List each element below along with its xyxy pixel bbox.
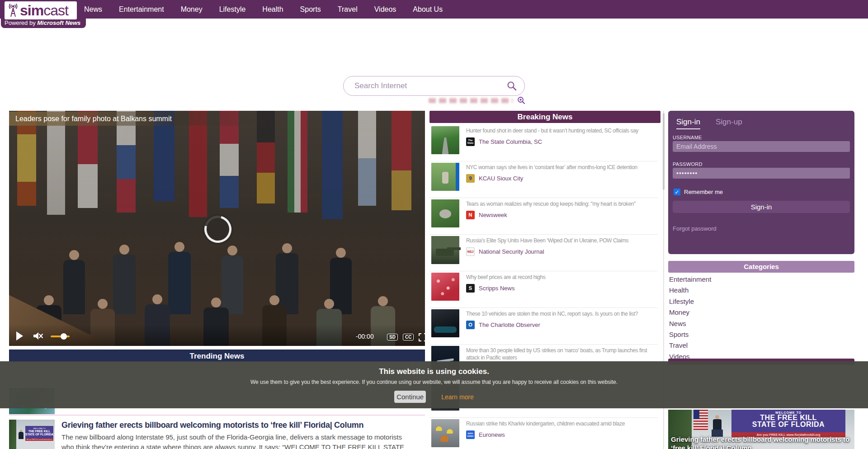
cookie-title: This website is using cookies. <box>0 367 868 376</box>
source-logo: 9 <box>466 174 475 183</box>
category-travel[interactable]: Travel <box>669 341 854 352</box>
nav-item-money[interactable]: Money <box>181 5 203 14</box>
nav-item-health[interactable]: Health <box>262 5 283 14</box>
news-item[interactable]: NYC woman says she lives in ‘constant fe… <box>429 163 660 191</box>
closed-captions-badge[interactable]: CC <box>403 334 414 340</box>
tab-signin[interactable]: Sign-in <box>676 118 700 129</box>
news-thumbnail <box>431 419 459 447</box>
signin-button[interactable]: Sign-in <box>673 201 850 213</box>
scrollbar-thumb[interactable] <box>663 113 665 190</box>
tab-signup[interactable]: Sign-up <box>716 118 742 127</box>
article-headline[interactable]: Grieving father erects billboard welcomi… <box>61 421 423 430</box>
video-time-remaining: -00:00 <box>356 333 374 340</box>
category-money[interactable]: Money <box>669 308 854 319</box>
divider <box>429 417 658 418</box>
news-headline[interactable]: Russia’s Elite Spy Units Have Been ‘Wipe… <box>466 237 658 244</box>
news-headline[interactable]: Why beef prices are at record highs <box>466 274 658 281</box>
cookie-continue-button[interactable]: Continue <box>394 391 426 403</box>
source-name[interactable]: KCAU Sioux City <box>479 175 523 182</box>
news-headline[interactable]: Russian strike hits Kharkiv kindergarten… <box>466 420 658 427</box>
site-logo[interactable]: simcast <box>5 1 77 19</box>
news-thumbnail <box>431 163 459 191</box>
news-headline[interactable]: Tears as woman realizes why rescue dog k… <box>466 200 658 208</box>
divider <box>9 415 425 416</box>
muted-volume-icon[interactable] <box>33 331 43 341</box>
quality-badge[interactable]: SD <box>387 334 398 340</box>
source-name[interactable]: National Security Journal <box>479 248 544 255</box>
cookie-banner: This website is using cookies. We use th… <box>0 361 868 408</box>
news-item[interactable]: These 10 vehicles are stolen the most in… <box>429 309 660 337</box>
nav-item-travel[interactable]: Travel <box>338 5 358 14</box>
cookie-body: We use them to give you the best experie… <box>0 379 868 385</box>
nav-item-news[interactable]: News <box>84 5 102 14</box>
zoom-in-icon[interactable] <box>517 96 525 104</box>
news-source[interactable]: 9 KCAU Sioux City <box>466 174 658 183</box>
news-thumbnail <box>431 126 459 154</box>
remember-me-label: Remember me <box>684 189 723 195</box>
nav-item-lifestyle[interactable]: Lifestyle <box>219 5 246 14</box>
news-headline[interactable]: Hunter found shot in deer stand - but it… <box>466 127 658 134</box>
divider <box>429 271 658 271</box>
signin-panel: Sign-in Sign-up USERNAME PASSWORD ✓ Reme… <box>668 111 854 254</box>
nav-item-entertainment[interactable]: Entertainment <box>119 5 164 14</box>
news-source[interactable]: euro news Euronews <box>466 430 658 439</box>
cookie-learn-more-link[interactable]: Learn more <box>441 393 474 401</box>
news-headline[interactable]: These 10 vehicles are stolen the most in… <box>466 310 658 317</box>
source-name[interactable]: The State Columbia, SC <box>479 138 542 145</box>
nav-item-about-us[interactable]: About Us <box>413 5 443 14</box>
news-thumbnail <box>431 199 459 227</box>
source-name[interactable]: Newsweek <box>479 212 507 218</box>
play-icon[interactable] <box>16 331 23 340</box>
news-item[interactable]: Russia’s Elite Spy Units Have Been ‘Wipe… <box>429 236 660 264</box>
source-name[interactable]: Scripps News <box>479 285 514 292</box>
video-controls: -00:00 SD CC <box>9 324 425 346</box>
news-headline[interactable]: More than 30 people killed by US strikes… <box>466 347 658 361</box>
news-item[interactable]: Russian strike hits Kharkiv kindergarten… <box>429 419 660 447</box>
source-logo: N <box>466 211 475 219</box>
news-item[interactable]: Why beef prices are at record highs S Sc… <box>429 273 660 301</box>
news-source[interactable]: O The Charlotte Observer <box>466 321 658 329</box>
news-source[interactable]: N Newsweek <box>466 211 658 219</box>
volume-slider[interactable] <box>51 336 70 337</box>
category-health[interactable]: Health <box>669 286 854 297</box>
news-headline[interactable]: NYC woman says she lives in ‘constant fe… <box>466 164 658 171</box>
remember-me-checkbox[interactable]: ✓ <box>674 189 680 195</box>
page: News Entertainment Money Lifestyle Healt… <box>0 0 868 449</box>
email-field[interactable] <box>673 141 850 152</box>
source-logo: NSJ <box>466 247 475 256</box>
fullscreen-icon[interactable] <box>419 333 425 341</box>
featured-headline[interactable]: Grieving father erects billboard welcomi… <box>671 435 852 449</box>
categories-list: Entertainment Health Lifestyle Money New… <box>669 275 854 364</box>
nav-item-sports[interactable]: Sports <box>300 5 321 14</box>
divider <box>429 307 658 308</box>
cookie-actions: Continue Learn more <box>0 391 868 403</box>
password-label: PASSWORD <box>673 161 703 167</box>
category-news[interactable]: News <box>669 320 854 331</box>
source-name[interactable]: The Charlotte Observer <box>479 321 540 328</box>
search-input[interactable] <box>354 81 506 90</box>
forgot-password-link[interactable]: Forgot password <box>673 225 717 232</box>
video-player[interactable]: Leaders pose for family photo at Balkans… <box>9 111 425 346</box>
trending-article[interactable]: WELCOME TO THE FREE KILL STATE OF FLORID… <box>9 420 425 449</box>
category-entertainment[interactable]: Entertainment <box>669 275 854 286</box>
news-source[interactable]: The State The State Columbia, SC <box>466 137 658 146</box>
search-icon[interactable] <box>506 80 517 91</box>
news-item[interactable]: Hunter found shot in deer stand - but it… <box>429 126 660 154</box>
categories-header: Categories <box>668 261 854 273</box>
nav-item-videos[interactable]: Videos <box>374 5 396 14</box>
news-source[interactable]: S Scripps News <box>466 284 658 293</box>
remember-me-row: ✓ Remember me <box>674 189 723 195</box>
video-caption: Leaders pose for family photo at Balkans… <box>9 112 280 126</box>
breaking-news-header: Breaking News <box>429 111 660 123</box>
news-item[interactable]: Tears as woman realizes why rescue dog k… <box>429 199 660 227</box>
category-lifestyle[interactable]: Lifestyle <box>669 298 854 308</box>
news-source[interactable]: NSJ National Security Journal <box>466 247 658 256</box>
category-sports[interactable]: Sports <box>669 331 854 341</box>
divider <box>429 198 658 198</box>
password-field[interactable] <box>673 168 850 179</box>
source-name[interactable]: Euronews <box>479 431 505 438</box>
volume-slider-knob[interactable] <box>61 333 67 340</box>
featured-story-card[interactable]: WELCOME TO THE FREE KILL STATE OF FLORID… <box>668 410 854 449</box>
divider <box>429 344 658 345</box>
radio-tower-icon <box>6 3 20 18</box>
